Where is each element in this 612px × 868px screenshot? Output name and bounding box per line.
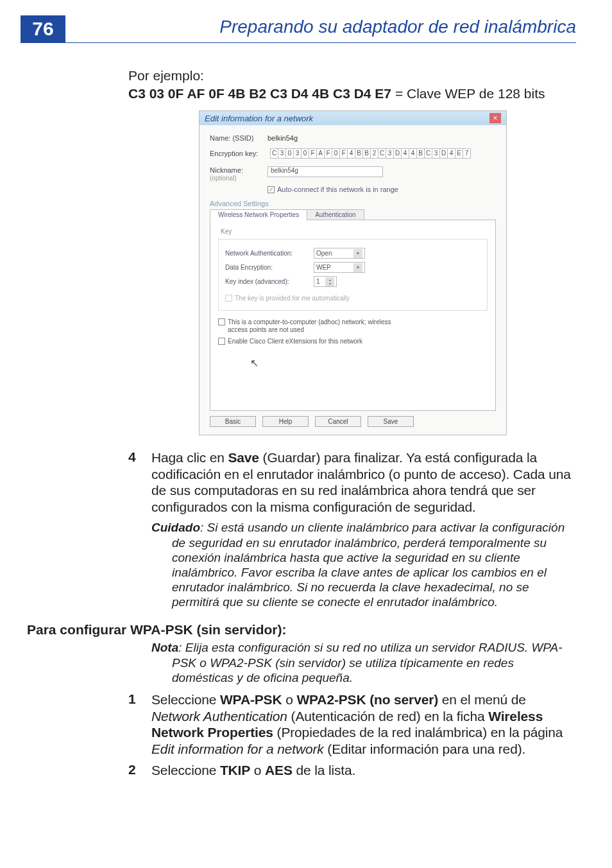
tab-wireless-properties[interactable]: Wireless Network Properties [210, 209, 307, 220]
step-1-body: Seleccione WPA-PSK o WPA2-PSK (no server… [151, 691, 576, 757]
dialog-title-bar: Edit information for a network × [200, 111, 506, 125]
wpa-step-list: 1 Seleccione WPA-PSK o WPA2-PSK (no serv… [128, 691, 576, 779]
dialog-buttons: Basic Help Cancel Save [210, 416, 496, 427]
key-provided-auto-label: The key is provided for me automatically [235, 295, 350, 302]
tab-authentication[interactable]: Authentication [307, 209, 364, 220]
cisco-checkbox[interactable] [218, 338, 225, 345]
dialog-body: Name: (SSID) belkin54g Encryption key: C… [200, 125, 506, 435]
data-enc-row: Data Encryption: WEP▾ [225, 262, 480, 273]
cisco-row[interactable]: Enable Cisco Client eXtensions for this … [218, 338, 488, 345]
key-provided-auto-checkbox [225, 295, 232, 302]
ssid-label: Name: (SSID) [210, 134, 268, 142]
step-4-number: 4 [128, 449, 151, 515]
nota-note: Nota: Elija esta configuración si su red… [172, 640, 576, 685]
key-provided-auto-row: The key is provided for me automatically [225, 295, 480, 302]
step-4-body: Haga clic en Save (Guardar) para finaliz… [151, 449, 576, 515]
cisco-label: Enable Cisco Client eXtensions for this … [228, 338, 362, 345]
advanced-settings-label: Advanced Settings [210, 200, 496, 207]
wpa-psk-heading: Para configurar WPA-PSK (sin servidor): [27, 622, 576, 638]
data-enc-label: Data Encryption: [225, 264, 314, 271]
net-auth-label: Network Authentication: [225, 250, 314, 257]
step-1: 1 Seleccione WPA-PSK o WPA2-PSK (no serv… [128, 691, 576, 757]
adhoc-row[interactable]: This is a computer-to-computer (adhoc) n… [218, 318, 488, 334]
chevron-down-icon: ▾ [353, 263, 362, 272]
basic-button[interactable]: Basic [210, 416, 256, 427]
nickname-label: Nickname: [210, 166, 243, 174]
example-key-description: = Clave WEP de 128 bits [391, 86, 545, 101]
nickname-row: Nickname: (optional) belkin54g [210, 166, 496, 182]
step-2: 2 Seleccione TKIP o AES de la lista. [128, 762, 576, 779]
step-1-number: 1 [128, 691, 151, 757]
spinner-icon: ▴▾ [325, 277, 334, 286]
nickname-label-wrap: Nickname: (optional) [210, 166, 268, 182]
tab-strip: Wireless Network Properties Authenticati… [210, 209, 496, 220]
page-content: Por ejemplo: C3 03 0F AF 0F 4B B2 C3 D4 … [0, 49, 612, 779]
autoconnect-label: Auto-connect if this network is in range [277, 186, 398, 193]
section-title: Preparando su adaptador de red inalámbri… [219, 17, 576, 37]
key-fieldset-label: Key [221, 228, 488, 235]
help-button[interactable]: Help [262, 416, 309, 427]
adhoc-label: This is a computer-to-computer (adhoc) n… [228, 318, 395, 334]
key-index-row: Key index (advanced): 1▴▾ [225, 276, 480, 287]
step-2-number: 2 [128, 762, 151, 779]
page-header: 76 Preparando su adaptador de red inalám… [0, 0, 612, 49]
chevron-down-icon: ▾ [353, 249, 362, 258]
ssid-row: Name: (SSID) belkin54g [210, 134, 496, 142]
net-auth-select[interactable]: Open▾ [314, 248, 365, 259]
cuidado-label: Cuidado [151, 521, 200, 534]
cancel-button[interactable]: Cancel [315, 416, 361, 427]
ssid-value: belkin54g [268, 134, 298, 142]
data-enc-select[interactable]: WEP▾ [314, 262, 365, 273]
nickname-sublabel: (optional) [210, 175, 237, 182]
nota-label: Nota [151, 641, 178, 654]
example-key-hex: C3 03 0F AF 0F 4B B2 C3 D4 4B C3 D4 E7 [128, 86, 391, 101]
key-index-label: Key index (advanced): [225, 278, 314, 285]
net-auth-row: Network Authentication: Open▾ [225, 248, 480, 259]
header-rule [21, 42, 576, 43]
step-2-body: Seleccione TKIP o AES de la lista. [151, 762, 576, 779]
step-4: 4 Haga clic en Save (Guardar) para final… [128, 449, 576, 515]
close-icon[interactable]: × [489, 113, 501, 123]
example-key-line: C3 03 0F AF 0F 4B B2 C3 D4 4B C3 D4 E7 =… [128, 86, 576, 101]
dialog-screenshot: Edit information for a network × Name: (… [199, 110, 507, 435]
tab-panel: Key Network Authentication: Open▾ Data E… [210, 220, 496, 411]
page-number-box: 76 [21, 15, 65, 42]
key-index-spinner[interactable]: 1▴▾ [314, 276, 337, 287]
example-label: Por ejemplo: [128, 68, 576, 83]
nickname-input[interactable]: belkin54g [268, 166, 383, 177]
dialog-title-text: Edit information for a network [205, 114, 313, 123]
autoconnect-checkbox[interactable]: ✓ [268, 186, 275, 193]
cuidado-body: : Si está usando un cliente inalámbrico … [172, 521, 565, 609]
encryption-key-cells[interactable]: C3030FAF0F4BB2C3D44BC3D4E7 [270, 148, 470, 159]
save-button[interactable]: Save [368, 416, 414, 427]
encryption-key-row: Encryption key: C3030FAF0F4BB2C3D44BC3D4… [210, 148, 496, 159]
encryption-key-label: Encryption key: [210, 150, 268, 157]
cursor-icon: ↖ [250, 357, 488, 369]
step-list: 4 Haga clic en Save (Guardar) para final… [128, 449, 576, 515]
adhoc-checkbox[interactable] [218, 318, 225, 326]
cuidado-note: Cuidado: Si está usando un cliente inalá… [172, 520, 576, 609]
nota-body: : Elija esta configuración si su red no … [172, 641, 563, 684]
autoconnect-row[interactable]: ✓ Auto-connect if this network is in ran… [268, 186, 496, 193]
